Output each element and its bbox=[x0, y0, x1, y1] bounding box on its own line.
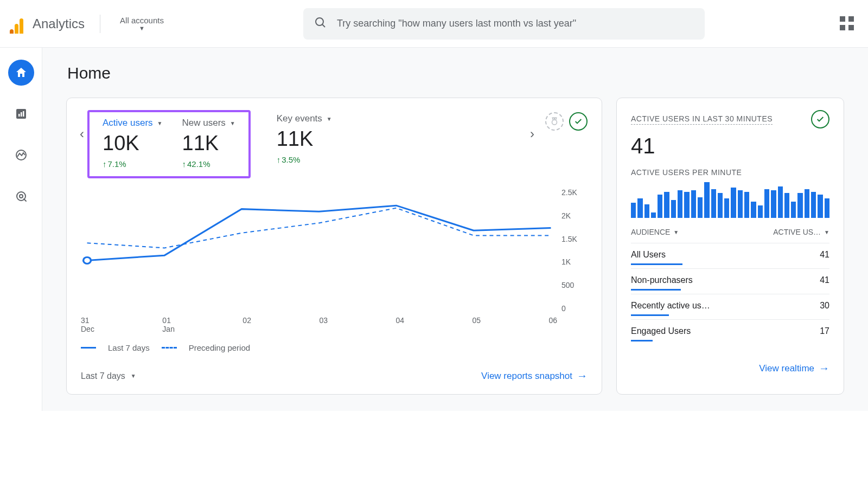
top-bar: Analytics All accounts ▼ Try searching "… bbox=[0, 0, 868, 48]
svg-rect-3 bbox=[18, 114, 20, 117]
arrow-right-icon: → bbox=[577, 370, 588, 382]
dropdown-icon: ▼ bbox=[230, 120, 235, 126]
audience-row-label: Engaged Users bbox=[631, 326, 691, 336]
metrics-prev-button[interactable]: ‹ bbox=[73, 125, 91, 143]
audience-row-value: 17 bbox=[820, 326, 829, 336]
overview-card: ‹ Active users ▼ 10K ↑ 7.1% New users ▼ … bbox=[66, 98, 602, 395]
audience-row-label: Non-purchasers bbox=[631, 275, 693, 285]
audience-row-value: 41 bbox=[820, 250, 829, 260]
svg-point-0 bbox=[316, 18, 323, 25]
dropdown-icon: ▼ bbox=[824, 229, 829, 235]
chart-y-axis: 2.5K2K1.5K1K5000 bbox=[561, 188, 588, 313]
legend-label-previous: Preceding period bbox=[189, 343, 250, 352]
metric-value: 10K bbox=[103, 132, 163, 155]
metric-delta: ↑ 42.1% bbox=[182, 159, 235, 169]
chart-legend: Last 7 days Preceding period bbox=[81, 343, 588, 352]
metric-label: Key events ▼ bbox=[277, 113, 332, 124]
realtime-value: 41 bbox=[631, 134, 829, 158]
metrics-highlight: Active users ▼ 10K ↑ 7.1% New users ▼ 11… bbox=[87, 110, 251, 178]
nav-reports[interactable] bbox=[8, 101, 34, 127]
account-picker-label: All accounts bbox=[120, 16, 164, 25]
audience-row-label: Recently active us… bbox=[631, 301, 710, 311]
search-icon bbox=[314, 16, 327, 31]
metric-label: Active users ▼ bbox=[103, 118, 163, 128]
legend-solid-icon bbox=[81, 347, 96, 349]
metric-key-events[interactable]: Key events ▼ 11K ↑ 3.5% bbox=[267, 110, 342, 170]
search-placeholder: Try searching "how many users last month… bbox=[337, 18, 576, 29]
per-minute-chart bbox=[631, 182, 829, 218]
metric-new-users[interactable]: New users ▼ 11K ↑ 42.1% bbox=[173, 114, 245, 174]
metric-value: 11K bbox=[182, 132, 235, 155]
audience-row[interactable]: Engaged Users17 bbox=[631, 319, 829, 345]
metric-value: 11K bbox=[277, 127, 332, 151]
side-nav bbox=[0, 48, 42, 411]
metric-label: New users ▼ bbox=[182, 118, 235, 128]
metric-delta: ↑ 3.5% bbox=[277, 155, 332, 164]
realtime-title: ACTIVE USERS IN LAST 30 MINUTES bbox=[631, 114, 773, 125]
audience-rows: All Users41Non-purchasers41Recently acti… bbox=[631, 243, 829, 345]
legend-label-current: Last 7 days bbox=[108, 343, 150, 352]
audience-row[interactable]: All Users41 bbox=[631, 243, 829, 268]
audience-row[interactable]: Recently active us…30 bbox=[631, 294, 829, 319]
svg-point-8 bbox=[20, 195, 23, 198]
audience-row-value: 41 bbox=[820, 275, 829, 285]
legend-dashed-icon bbox=[162, 347, 177, 349]
audience-row-label: All Users bbox=[631, 250, 666, 260]
dropdown-icon: ▼ bbox=[157, 120, 163, 126]
active-users-column-header[interactable]: ACTIVE US… ▼ bbox=[773, 228, 829, 236]
medal-badge-icon[interactable] bbox=[545, 112, 564, 131]
view-reports-link[interactable]: View reports snapshot→ bbox=[481, 370, 588, 382]
search-input[interactable]: Try searching "how many users last month… bbox=[303, 8, 705, 40]
metrics-next-button[interactable]: › bbox=[524, 125, 541, 143]
audience-table-header: AUDIENCE ▼ ACTIVE US… ▼ bbox=[631, 228, 829, 236]
svg-line-1 bbox=[322, 24, 325, 27]
apps-grid-icon[interactable] bbox=[840, 16, 855, 31]
divider bbox=[100, 15, 100, 33]
arrow-right-icon: → bbox=[819, 362, 829, 375]
view-realtime-link[interactable]: View realtime→ bbox=[759, 362, 829, 375]
date-range-picker[interactable]: Last 7 days ▼ bbox=[81, 371, 136, 381]
svg-rect-5 bbox=[23, 111, 24, 117]
svg-point-9 bbox=[552, 120, 557, 125]
nav-home[interactable] bbox=[8, 60, 34, 86]
metric-active-users[interactable]: Active users ▼ 10K ↑ 7.1% bbox=[93, 114, 173, 174]
page-title: Home bbox=[67, 64, 844, 82]
status-ok-icon[interactable] bbox=[569, 112, 588, 131]
dropdown-icon: ▼ bbox=[139, 25, 145, 31]
dropdown-icon: ▼ bbox=[327, 116, 332, 122]
dropdown-icon: ▼ bbox=[131, 373, 136, 379]
per-minute-title: ACTIVE USERS PER MINUTE bbox=[631, 168, 829, 177]
audience-column-header[interactable]: AUDIENCE ▼ bbox=[631, 228, 679, 236]
nav-advertising[interactable] bbox=[8, 183, 34, 209]
metric-delta: ↑ 7.1% bbox=[103, 159, 163, 169]
status-ok-icon[interactable] bbox=[811, 110, 829, 128]
analytics-logo-icon bbox=[7, 14, 26, 34]
account-picker[interactable]: All accounts ▼ bbox=[116, 16, 168, 31]
logo-group: Analytics bbox=[7, 14, 85, 34]
svg-point-10 bbox=[84, 257, 91, 263]
dropdown-icon: ▼ bbox=[673, 229, 679, 235]
audience-row-value: 30 bbox=[820, 301, 829, 311]
metrics-row: ‹ Active users ▼ 10K ↑ 7.1% New users ▼ … bbox=[81, 110, 588, 178]
nav-explore[interactable] bbox=[8, 142, 34, 168]
brand-name: Analytics bbox=[33, 16, 85, 31]
realtime-card: ACTIVE USERS IN LAST 30 MINUTES 41 ACTIV… bbox=[616, 98, 844, 395]
main-chart: 2.5K2K1.5K1K5000 bbox=[81, 188, 588, 324]
svg-rect-4 bbox=[21, 112, 22, 117]
audience-row[interactable]: Non-purchasers41 bbox=[631, 268, 829, 294]
